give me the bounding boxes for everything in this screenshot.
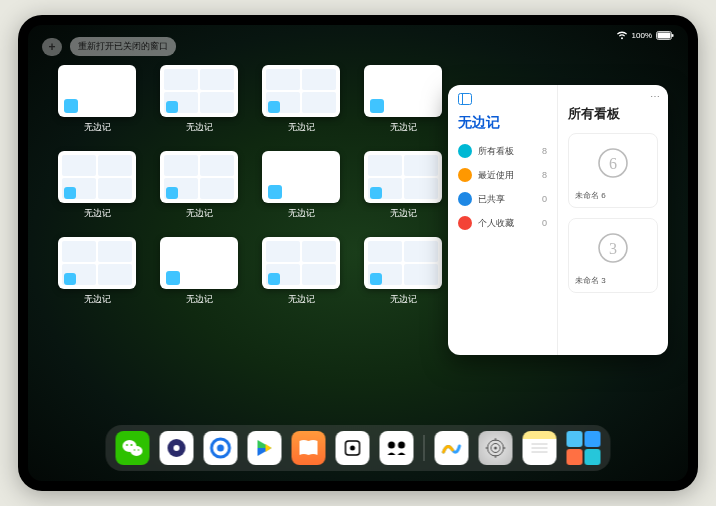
board-thumbnail: 6 xyxy=(575,140,651,186)
sidebar-item-label: 已共享 xyxy=(478,193,505,206)
window-preview xyxy=(160,151,238,203)
svg-text:3: 3 xyxy=(609,240,617,257)
window-label: 无边记 xyxy=(390,293,417,306)
window-label: 无边记 xyxy=(84,121,111,134)
board-card[interactable]: 6未命名 6 xyxy=(568,133,658,208)
books-icon[interactable] xyxy=(292,431,326,465)
window-thumbnail[interactable]: 无边记 xyxy=(262,65,340,139)
app-switcher-grid: 无边记无边记无边记无边记无边记无边记无边记无边记无边记无边记无边记无边记 xyxy=(58,65,442,311)
panel-more-button[interactable]: ⋯ xyxy=(650,91,660,102)
board-thumbnail: 3 xyxy=(575,225,651,271)
sidebar-item-icon xyxy=(458,144,472,158)
panel-content: ⋯ 所有看板 6未命名 63未命名 3 xyxy=(558,85,668,355)
svg-rect-3 xyxy=(459,94,472,105)
svg-rect-1 xyxy=(658,33,671,39)
ipad-frame: 100% + 重新打开已关闭的窗口 无边记无边记无边记无边记无边记无边记无边记无… xyxy=(18,15,698,491)
window-label: 无边记 xyxy=(186,293,213,306)
svg-point-12 xyxy=(131,444,133,446)
dock xyxy=(106,425,611,471)
window-preview xyxy=(58,237,136,289)
sidebar-item-icon xyxy=(458,168,472,182)
svg-point-18 xyxy=(217,445,224,452)
window-preview xyxy=(58,65,136,117)
board-label: 未命名 6 xyxy=(575,190,651,201)
app-library-icon[interactable] xyxy=(567,431,601,465)
window-thumbnail[interactable]: 无边记 xyxy=(262,237,340,311)
svg-point-25 xyxy=(494,447,497,450)
sidebar-item-icon xyxy=(458,192,472,206)
sidebar-item[interactable]: 个人收藏0 xyxy=(458,216,547,230)
sidebar-item-label: 最近使用 xyxy=(478,169,514,182)
panel-sidebar: 无边记 所有看板8最近使用8已共享0个人收藏0 xyxy=(448,85,558,355)
svg-rect-2 xyxy=(672,34,674,37)
qqbrowser-icon[interactable] xyxy=(204,431,238,465)
window-thumbnail[interactable]: 无边记 xyxy=(160,151,238,225)
svg-point-21 xyxy=(388,442,395,449)
sidebar-item-count: 8 xyxy=(542,146,547,156)
sidebar-item-label: 所有看板 xyxy=(478,145,514,158)
window-preview xyxy=(364,237,442,289)
panel-title: 无边记 xyxy=(458,114,547,132)
sidebar-item[interactable]: 最近使用8 xyxy=(458,168,547,182)
window-preview xyxy=(262,65,340,117)
clock-icon[interactable] xyxy=(160,431,194,465)
window-preview xyxy=(364,65,442,117)
svg-point-14 xyxy=(138,449,140,451)
sidebar-item-count: 8 xyxy=(542,170,547,180)
window-thumbnail[interactable]: 无边记 xyxy=(364,237,442,311)
freeform-floating-panel[interactable]: 无边记 所有看板8最近使用8已共享0个人收藏0 ⋯ 所有看板 6未命名 63未命… xyxy=(448,85,668,355)
window-thumbnail[interactable]: 无边记 xyxy=(364,151,442,225)
window-thumbnail[interactable]: 无边记 xyxy=(58,151,136,225)
sidebar-item-count: 0 xyxy=(542,218,547,228)
svg-point-11 xyxy=(126,444,128,446)
window-label: 无边记 xyxy=(186,207,213,220)
dock-separator xyxy=(424,435,425,461)
window-preview xyxy=(364,151,442,203)
window-label: 无边记 xyxy=(288,207,315,220)
window-label: 无边记 xyxy=(84,293,111,306)
window-label: 无边记 xyxy=(288,121,315,134)
window-preview xyxy=(58,151,136,203)
window-preview xyxy=(262,237,340,289)
svg-point-16 xyxy=(174,445,180,451)
svg-point-22 xyxy=(398,442,405,449)
window-preview xyxy=(262,151,340,203)
sidebar-item[interactable]: 所有看板8 xyxy=(458,144,547,158)
window-thumbnail[interactable]: 无边记 xyxy=(160,65,238,139)
dice-icon[interactable] xyxy=(336,431,370,465)
status-bar: 100% xyxy=(616,31,674,40)
settings-icon[interactable] xyxy=(479,431,513,465)
window-thumbnail[interactable]: 无边记 xyxy=(364,65,442,139)
top-toolbar: + 重新打开已关闭的窗口 xyxy=(42,37,176,56)
sidebar-item-count: 0 xyxy=(542,194,547,204)
window-thumbnail[interactable]: 无边记 xyxy=(262,151,340,225)
wechat-icon[interactable] xyxy=(116,431,150,465)
battery-text: 100% xyxy=(632,31,652,40)
window-preview xyxy=(160,237,238,289)
meet-icon[interactable] xyxy=(380,431,414,465)
window-label: 无边记 xyxy=(390,121,417,134)
reopen-closed-window-button[interactable]: 重新打开已关闭的窗口 xyxy=(70,37,176,56)
play-icon[interactable] xyxy=(248,431,282,465)
freeform-icon[interactable] xyxy=(435,431,469,465)
sidebar-item-label: 个人收藏 xyxy=(478,217,514,230)
window-label: 无边记 xyxy=(390,207,417,220)
board-card[interactable]: 3未命名 3 xyxy=(568,218,658,293)
svg-point-20 xyxy=(350,446,355,451)
screen: 100% + 重新打开已关闭的窗口 无边记无边记无边记无边记无边记无边记无边记无… xyxy=(28,25,688,481)
sidebar-toggle-icon[interactable] xyxy=(458,93,547,108)
sidebar-item[interactable]: 已共享0 xyxy=(458,192,547,206)
notes-icon[interactable] xyxy=(523,431,557,465)
panel-right-title: 所有看板 xyxy=(568,105,658,123)
window-thumbnail[interactable]: 无边记 xyxy=(58,65,136,139)
battery-icon xyxy=(656,31,674,40)
window-label: 无边记 xyxy=(84,207,111,220)
svg-point-13 xyxy=(134,449,136,451)
board-label: 未命名 3 xyxy=(575,275,651,286)
svg-point-10 xyxy=(131,446,143,456)
window-thumbnail[interactable]: 无边记 xyxy=(58,237,136,311)
new-window-button[interactable]: + xyxy=(42,38,62,56)
window-thumbnail[interactable]: 无边记 xyxy=(160,237,238,311)
wifi-icon xyxy=(616,31,628,40)
window-label: 无边记 xyxy=(288,293,315,306)
